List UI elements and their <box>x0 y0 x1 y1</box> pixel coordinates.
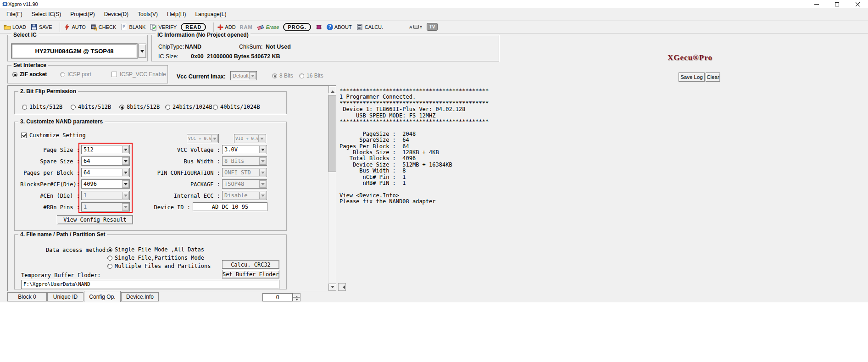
tab-device-info[interactable]: Device.Info <box>121 292 159 301</box>
menu-project[interactable]: Project(P) <box>66 8 99 20</box>
menu-file[interactable]: File(F) <box>2 8 27 20</box>
id-check-button[interactable]: CHECK <box>90 23 117 31</box>
chip-serial-button[interactable] <box>315 23 323 31</box>
bitflip-4bits-radio[interactable]: 4bits/512B <box>71 104 111 110</box>
auto-button[interactable]: AUTO <box>63 23 86 31</box>
block-number-spinner[interactable]: 0 <box>262 293 300 301</box>
tv-button[interactable]: TV <box>427 23 438 31</box>
pages-per-block-combo[interactable]: 64 <box>81 168 130 177</box>
load-button[interactable]: LOAD <box>4 23 26 31</box>
cen-die-combo[interactable]: 1 <box>81 191 130 200</box>
selected-ic-display[interactable]: HY27UH084G2M @ TSOP48 <box>11 44 137 58</box>
pin-detect-button[interactable]: A Y <box>409 25 423 29</box>
calcu-crc32-label: Calcu. CRC32 <box>231 262 271 268</box>
temp-buffer-path-field[interactable]: F:\Xgpro\UserData\NAND <box>21 280 279 289</box>
vcc-imax-combo[interactable]: Default <box>230 71 257 80</box>
spin-down-icon[interactable] <box>293 297 300 301</box>
close-button[interactable] <box>847 0 868 8</box>
prog-button[interactable]: PROG. <box>283 23 311 31</box>
erase-button[interactable]: Erase <box>257 23 279 31</box>
single-file-mode-radio[interactable]: Single File Mode ,All Datas <box>107 246 204 253</box>
menu-language[interactable]: Language(L) <box>190 8 231 20</box>
chevron-down-icon[interactable] <box>211 135 218 142</box>
vio-offset-combo[interactable]: VIO + 0.0V <box>234 134 266 143</box>
tab-config-op[interactable]: Config Op. <box>84 291 121 302</box>
clear-log-button[interactable]: Clear <box>706 72 720 82</box>
verify-button[interactable]: VERIFY <box>150 23 177 31</box>
minimize-button[interactable] <box>806 0 827 8</box>
chevron-down-icon[interactable] <box>122 169 129 176</box>
internal-ecc-combo[interactable]: Disable <box>222 191 267 200</box>
maximize-icon <box>835 2 839 6</box>
maximize-button[interactable] <box>827 0 847 8</box>
set-buffer-folder-button[interactable]: Set Buffer Floder <box>222 270 279 278</box>
blank-check-button[interactable]: BLANK <box>120 23 145 31</box>
icsp-port-radio[interactable]: ICSP port <box>60 71 91 78</box>
package-combo[interactable]: TSOP48 <box>222 179 267 189</box>
bus-width-combo[interactable]: 8 Bits <box>222 156 267 166</box>
add-button[interactable]: ADD <box>217 24 235 30</box>
log-scroll-left-icon[interactable] <box>338 283 346 291</box>
read-button[interactable]: READ <box>181 23 206 31</box>
spin-up-icon[interactable] <box>293 293 300 297</box>
checkbox-icon <box>21 133 27 138</box>
chevron-down-icon[interactable] <box>258 135 265 142</box>
temp-buffer-path-value: F:\Xgpro\UserData\NAND <box>23 281 90 287</box>
page-size-combo[interactable]: 512 <box>81 145 130 154</box>
scrollbar-thumb[interactable] <box>328 95 336 172</box>
vcc-offset-combo[interactable]: VCC + 0.0V <box>187 134 219 143</box>
chevron-down-icon[interactable] <box>259 157 266 165</box>
chevron-down-icon[interactable] <box>259 169 266 176</box>
ram-label: RAM <box>240 24 253 30</box>
chevron-down-icon[interactable] <box>259 192 266 199</box>
menu-device[interactable]: Device(D) <box>100 8 133 20</box>
chevron-down-icon[interactable] <box>122 180 129 188</box>
menu-select-ic[interactable]: Select IC(S) <box>27 8 66 20</box>
vcc-voltage-label: VCC Voltage : <box>128 147 220 153</box>
blocks-per-ce-combo[interactable]: 4096 <box>81 179 130 189</box>
pages-per-block-label: Pages per Block : <box>17 170 80 176</box>
bitflip-40bits-radio[interactable]: 40bits/1024B <box>213 104 260 110</box>
bits16-radio[interactable]: 16 Bits <box>299 72 323 79</box>
icsize-label: IC Size: <box>158 53 178 60</box>
bitflip-24bits-radio[interactable]: 24bits/1024B <box>165 104 212 110</box>
tab-block0[interactable]: Block 0 <box>7 292 47 301</box>
chevron-down-icon[interactable] <box>259 146 266 153</box>
customize-setting-checkbox[interactable]: Customize Setting <box>21 132 86 139</box>
chevron-down-icon[interactable] <box>122 157 129 165</box>
bitflip-8bits-radio[interactable]: 8bits/512B <box>119 104 160 110</box>
ram-button[interactable]: RAM <box>240 24 253 30</box>
calcu-label: CALCU. <box>365 24 383 30</box>
calcu-crc32-button[interactable]: Calcu. CRC32 <box>222 260 279 269</box>
spare-size-label: Spare Size : <box>17 158 80 165</box>
spinner-arrows[interactable] <box>293 293 300 301</box>
menu-tools[interactable]: Tools(V) <box>133 8 162 20</box>
save-button[interactable]: SAVE <box>30 23 52 31</box>
device-id-field[interactable]: AD DC 10 95 <box>193 202 267 211</box>
menu-help[interactable]: Help(H) <box>162 8 190 20</box>
tab-unique-id[interactable]: Unique ID <box>47 292 83 301</box>
bits8-radio[interactable]: 8 Bits <box>272 72 293 79</box>
ic-dropdown-button[interactable] <box>138 44 146 58</box>
vcc-voltage-combo[interactable]: 3.0V <box>222 145 267 154</box>
about-button[interactable]: ? ABOUT <box>327 24 352 30</box>
single-file-partitions-radio[interactable]: Single File,Partitions Mode <box>107 255 204 261</box>
scroll-up-icon[interactable] <box>328 86 336 93</box>
save-log-button[interactable]: Save Log <box>679 72 705 82</box>
bitflip-1bits-radio[interactable]: 1bits/512B <box>22 104 62 110</box>
calcu-button[interactable]: CALCU. <box>356 23 383 31</box>
panel-scrollbar[interactable] <box>328 86 336 291</box>
chevron-down-icon[interactable] <box>122 146 129 153</box>
chevron-down-icon[interactable] <box>122 192 129 199</box>
spare-size-combo[interactable]: 64 <box>81 156 130 166</box>
chevron-down-icon[interactable] <box>249 72 256 79</box>
zif-socket-radio[interactable]: ZIF socket <box>12 71 47 78</box>
scroll-down-icon[interactable] <box>328 284 336 291</box>
chevron-down-icon[interactable] <box>259 180 266 188</box>
multiple-files-radio[interactable]: Multiple Files and Partitions <box>107 263 211 269</box>
toolbar-separator <box>60 22 60 32</box>
icsp-vcc-checkbox[interactable]: ICSP_VCC Enable <box>111 71 166 78</box>
pin-configuration-combo[interactable]: ONFI STD <box>222 168 267 177</box>
view-config-button[interactable]: View Config Resault <box>57 215 133 224</box>
spinner-value[interactable]: 0 <box>262 293 293 301</box>
